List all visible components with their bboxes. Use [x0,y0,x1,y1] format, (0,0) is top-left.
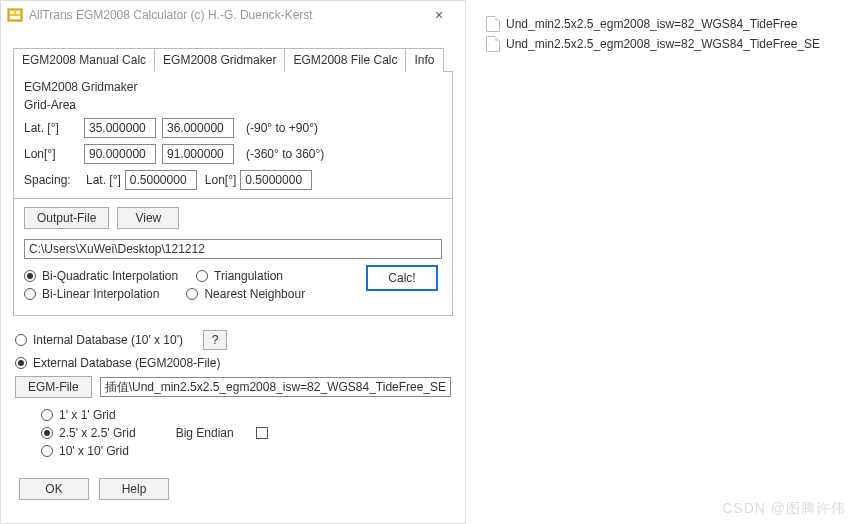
radio-triangulation[interactable]: Triangulation [196,269,283,283]
file-list: Und_min2.5x2.5_egm2008_isw=82_WGS84_Tide… [486,16,820,56]
grid-25-label: 2.5' x 2.5' Grid [59,426,136,440]
svg-rect-3 [10,16,20,19]
radio-triangulation-label: Triangulation [214,269,283,283]
group-title: EGM2008 Gridmaker [24,80,442,94]
radio-internal-db[interactable]: Internal Database (10' x 10') [15,333,183,347]
egm-file-input[interactable] [100,377,451,397]
spacing-lon-label: Lon[°] [205,173,237,187]
output-file-button[interactable]: Output-File [24,207,109,229]
grid-area-label: Grid-Area [24,98,442,112]
svg-rect-2 [16,11,20,14]
client-area: EGM2008 Manual Calc EGM2008 Gridmaker EG… [1,29,465,508]
radio-nearest[interactable]: Nearest Neighbour [186,287,305,301]
lon-to-input[interactable] [162,144,234,164]
radio-nearest-label: Nearest Neighbour [204,287,305,301]
file-icon [486,36,500,52]
radio-bilinear[interactable]: Bi-Linear Interpolation [24,287,159,301]
spacing-lat-label: Lat. [°] [86,173,121,187]
lat-hint: (-90° to +90°) [246,121,318,135]
lon-from-input[interactable] [84,144,156,164]
radio-grid-10[interactable]: 10' x 10' Grid [41,444,136,458]
internal-db-label: Internal Database (10' x 10') [33,333,183,347]
window-title: AllTrans EGM2008 Calculator (c) H.-G. Du… [29,8,419,22]
output-path-input[interactable] [24,239,442,259]
lat-label: Lat. [°] [24,121,84,135]
lon-row: Lon[°] (-360° to 360°) [24,144,442,164]
database-section: Internal Database (10' x 10') ? External… [13,330,453,500]
list-item[interactable]: Und_min2.5x2.5_egm2008_isw=82_WGS84_Tide… [486,36,820,52]
calc-button[interactable]: Calc! [366,265,438,291]
lat-to-input[interactable] [162,118,234,138]
big-endian-label: Big Endian [176,426,234,440]
tab-file-calc[interactable]: EGM2008 File Calc [284,48,406,72]
lon-hint: (-360° to 360°) [246,147,324,161]
output-row: Output-File View [24,207,442,229]
lat-from-input[interactable] [84,118,156,138]
help-question-button[interactable]: ? [203,330,227,350]
big-endian-checkbox[interactable]: Big Endian [176,404,268,462]
svg-rect-1 [10,11,14,14]
tabstrip: EGM2008 Manual Calc EGM2008 Gridmaker EG… [13,47,453,72]
radio-bilinear-label: Bi-Linear Interpolation [42,287,159,301]
file-name: Und_min2.5x2.5_egm2008_isw=82_WGS84_Tide… [506,17,797,31]
spacing-label: Spacing: [24,173,84,187]
spacing-lat-input[interactable] [125,170,197,190]
radio-grid-25[interactable]: 2.5' x 2.5' Grid [41,426,136,440]
radio-grid-1[interactable]: 1' x 1' Grid [41,408,136,422]
tab-info[interactable]: Info [405,48,443,72]
ok-button[interactable]: OK [19,478,89,500]
radio-biquad[interactable]: Bi-Quadratic Interpolation [24,269,178,283]
radio-biquad-label: Bi-Quadratic Interpolation [42,269,178,283]
help-button[interactable]: Help [99,478,169,500]
tab-gridmaker[interactable]: EGM2008 Gridmaker [154,48,285,72]
view-button[interactable]: View [117,207,179,229]
tab-body: EGM2008 Gridmaker Grid-Area Lat. [°] (-9… [13,72,453,316]
calculator-window: AllTrans EGM2008 Calculator (c) H.-G. Du… [0,0,466,524]
lat-row: Lat. [°] (-90° to +90°) [24,118,442,138]
file-icon [486,16,500,32]
divider [14,198,452,199]
spacing-lon-input[interactable] [240,170,312,190]
svg-rect-0 [8,9,22,21]
list-item[interactable]: Und_min2.5x2.5_egm2008_isw=82_WGS84_Tide… [486,16,820,32]
grid-10-label: 10' x 10' Grid [59,444,129,458]
tab-manual-calc[interactable]: EGM2008 Manual Calc [13,48,155,72]
lon-label: Lon[°] [24,147,84,161]
spacing-row: Spacing: Lat. [°] Lon[°] [24,170,442,190]
radio-external-db[interactable]: External Database (EGM2008-File) [15,356,220,370]
external-db-label: External Database (EGM2008-File) [33,356,220,370]
file-name: Und_min2.5x2.5_egm2008_isw=82_WGS84_Tide… [506,37,820,51]
close-icon[interactable]: × [419,7,459,23]
titlebar: AllTrans EGM2008 Calculator (c) H.-G. Du… [1,1,465,29]
egm-file-button[interactable]: EGM-File [15,376,92,398]
app-icon [7,7,23,23]
grid-1-label: 1' x 1' Grid [59,408,116,422]
watermark: CSDN @图腾许伟 [722,500,846,518]
